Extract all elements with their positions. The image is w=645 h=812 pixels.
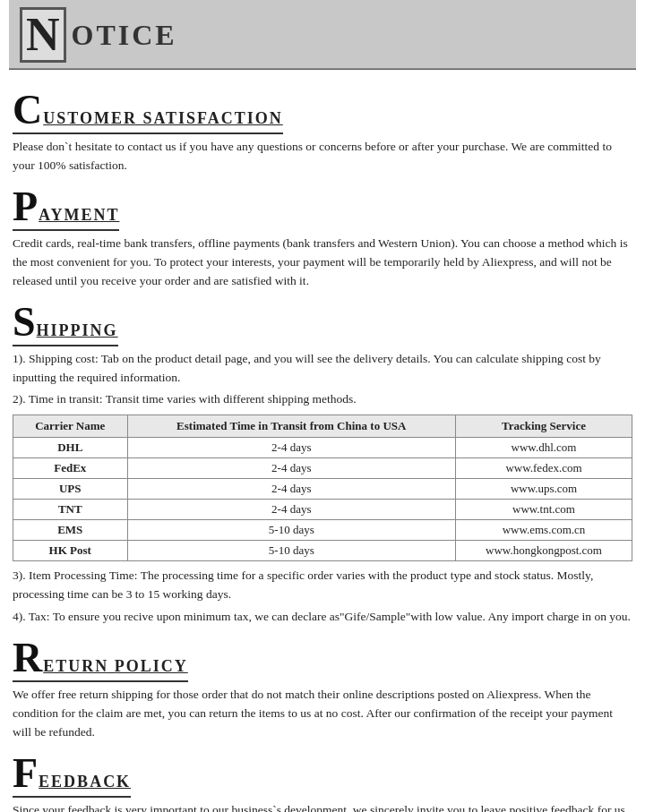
table-cell: 2-4 days (127, 458, 456, 479)
table-cell: www.hongkongpost.com (456, 541, 632, 561)
table-cell: 2-4 days (127, 479, 456, 500)
return-heading-rest: eturn Policy (43, 657, 188, 676)
section-return-policy: R eturn Policy We offer free return ship… (9, 637, 636, 742)
return-initial: R (13, 637, 42, 679)
payment-body: Credit cards, real-time bank transfers, … (13, 235, 632, 291)
feedback-initial: F (13, 753, 38, 794)
table-row: UPS2-4 dayswww.ups.com (13, 479, 632, 500)
table-row: DHL2-4 dayswww.dhl.com (13, 438, 632, 458)
customer-heading-rest: ustomer Satisfaction (43, 109, 283, 128)
feedback-heading: F eedback (13, 753, 131, 798)
page-wrapper: N otice C ustomer Satisfaction Please do… (0, 0, 645, 812)
col-transit: Estimated Time in Transit from China to … (127, 415, 456, 438)
customer-satisfaction-body: Please don`t hesitate to contact us if y… (13, 138, 632, 175)
shipping-heading-rest: hipping (37, 321, 118, 340)
section-payment: P ayment Credit cards, real-time bank tr… (9, 186, 636, 291)
table-cell: EMS (13, 520, 128, 541)
table-cell: FedEx (13, 458, 128, 479)
table-cell: www.ems.com.cn (456, 520, 632, 541)
table-cell: UPS (13, 479, 128, 500)
shipping-initial: S (13, 302, 36, 343)
table-cell: 5-10 days (127, 541, 456, 561)
notice-header: N otice (9, 0, 636, 70)
payment-initial: P (13, 186, 38, 227)
feedback-body: Since your feedback is very important to… (13, 801, 632, 812)
table-cell: www.ups.com (456, 479, 632, 500)
feedback-heading-rest: eedback (39, 773, 131, 791)
section-customer-satisfaction: C ustomer Satisfaction Please don`t hesi… (9, 90, 636, 175)
col-carrier: Carrier Name (13, 415, 128, 438)
section-shipping: S hipping 1). Shipping cost: Tab on the … (9, 302, 636, 628)
table-cell: 5-10 days (127, 520, 456, 541)
payment-heading: P ayment (13, 186, 119, 231)
customer-initial: C (13, 90, 42, 131)
table-cell: www.tnt.com (456, 500, 632, 520)
shipping-line4: 4). Tax: To ensure you recive upon minim… (13, 608, 632, 627)
shipping-heading: S hipping (13, 302, 118, 346)
table-header-row: Carrier Name Estimated Time in Transit f… (13, 415, 632, 438)
table-cell: www.dhl.com (456, 438, 632, 458)
return-body: We offer free return shipping for those … (13, 686, 632, 742)
shipping-table: Carrier Name Estimated Time in Transit f… (13, 415, 632, 561)
table-cell: 2-4 days (127, 438, 456, 458)
col-tracking: Tracking Service (456, 415, 632, 438)
table-row: EMS5-10 dayswww.ems.com.cn (13, 520, 632, 541)
payment-heading-rest: ayment (39, 206, 119, 225)
table-row: TNT2-4 dayswww.tnt.com (13, 500, 632, 520)
shipping-line3: 3). Item Processing Time: The processing… (13, 567, 632, 604)
section-feedback: F eedback Since your feedback is very im… (9, 753, 636, 812)
table-cell: DHL (13, 438, 128, 458)
table-row: HK Post5-10 dayswww.hongkongpost.com (13, 541, 632, 561)
table-row: FedEx2-4 dayswww.fedex.com (13, 458, 632, 479)
notice-title-big: N (20, 7, 66, 63)
table-cell: 2-4 days (127, 500, 456, 520)
return-heading: R eturn Policy (13, 637, 188, 682)
table-cell: www.fedex.com (456, 458, 632, 479)
shipping-line1: 1). Shipping cost: Tab on the product de… (13, 350, 632, 388)
customer-satisfaction-heading: C ustomer Satisfaction (13, 90, 283, 134)
table-cell: TNT (13, 500, 128, 520)
table-cell: HK Post (13, 541, 128, 561)
notice-title-rest: otice (68, 19, 177, 52)
shipping-line2: 2). Time in transit: Transit time varies… (13, 390, 632, 409)
